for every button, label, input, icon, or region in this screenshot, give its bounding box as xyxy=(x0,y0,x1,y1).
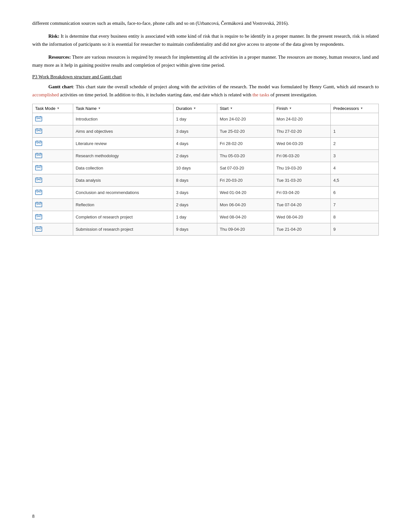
page-number-text: 8 xyxy=(32,514,34,519)
duration-cell: 4 days xyxy=(173,137,217,150)
table-row: Data analysis8 daysFri 20-03-20Tue 31-03… xyxy=(33,174,379,186)
duration-cell: 2 days xyxy=(173,198,217,211)
predecessors-cell: 9 xyxy=(330,223,378,235)
para4-middle: : This chart state the overall schedule … xyxy=(73,84,379,89)
task-name-cell: Research methodology xyxy=(73,150,173,162)
table-row: Introduction1 dayMon 24-02-20Mon 24-02-2… xyxy=(33,113,379,125)
page-number: 8 xyxy=(32,514,34,519)
svg-rect-24 xyxy=(35,190,42,195)
finish-cell: Thu 27-02-20 xyxy=(274,125,330,137)
svg-rect-20 xyxy=(35,178,42,182)
finish-cell: Fri 06-03-20 xyxy=(274,150,330,162)
page: different communication sources such as … xyxy=(0,0,411,532)
predecessors-cell: 4,5 xyxy=(330,174,378,186)
sort-arrow-task-mode[interactable]: ▼ xyxy=(57,107,60,110)
section-heading: P3 Work Breakdown structure and Gantt ch… xyxy=(32,74,379,80)
svg-rect-16 xyxy=(35,166,42,170)
predecessors-cell: 2 xyxy=(330,137,378,150)
col-header-finish[interactable]: Finish ▼ xyxy=(274,104,330,113)
task-name-cell: Completion of research project xyxy=(73,211,173,223)
table-row: Literature review4 daysFri 28-02-20Wed 0… xyxy=(33,137,379,150)
task-mode-cell xyxy=(33,113,73,125)
para4-end: of present investigation. xyxy=(269,92,317,97)
start-cell: Fri 20-03-20 xyxy=(217,174,274,186)
col-task-mode-label: Task Mode xyxy=(35,106,55,111)
svg-rect-0 xyxy=(35,117,42,121)
para3-text: There are various resources is required … xyxy=(32,54,379,68)
table-row: Conclusion and recommendations3 daysWed … xyxy=(33,186,379,198)
finish-cell: Wed 08-04-20 xyxy=(274,211,330,223)
sort-arrow-task-name[interactable]: ▼ xyxy=(98,107,101,110)
task-mode-cell xyxy=(33,137,73,150)
task-name-cell: Submission of research project xyxy=(73,223,173,235)
start-cell: Tue 25-02-20 xyxy=(217,125,274,137)
paragraph-3: Resources: There are various resources i… xyxy=(32,53,379,70)
table-row: Aims and objectives3 daysTue 25-02-20Thu… xyxy=(33,125,379,137)
col-task-name-label: Task Name xyxy=(76,106,97,111)
task-mode-cell xyxy=(33,150,73,162)
sort-arrow-duration[interactable]: ▼ xyxy=(193,107,196,110)
duration-cell: 9 days xyxy=(173,223,217,235)
task-mode-icon xyxy=(35,226,42,232)
sort-arrow-predecessors[interactable]: ▼ xyxy=(360,107,363,110)
paragraph-1: different communication sources such as … xyxy=(32,19,379,28)
finish-cell: Wed 04-03-20 xyxy=(274,137,330,150)
sort-arrow-start[interactable]: ▼ xyxy=(230,107,233,110)
col-duration-label: Duration xyxy=(176,106,192,111)
start-cell: Wed 01-04-20 xyxy=(217,186,274,198)
task-mode-icon xyxy=(35,140,42,146)
start-cell: Mon 06-04-20 xyxy=(217,198,274,211)
table-row: Reflection2 daysMon 06-04-20Tue 07-04-20… xyxy=(33,198,379,211)
task-mode-icon xyxy=(35,152,42,158)
table-row: Data collection10 daysSat 07-03-20Thu 19… xyxy=(33,162,379,174)
start-cell: Sat 07-03-20 xyxy=(217,162,274,174)
task-mode-icon xyxy=(35,116,42,121)
predecessors-cell: 3 xyxy=(330,150,378,162)
duration-cell: 8 days xyxy=(173,174,217,186)
task-mode-icon xyxy=(35,165,42,170)
finish-cell: Mon 24-02-20 xyxy=(274,113,330,125)
finish-cell: Thu 19-03-20 xyxy=(274,162,330,174)
start-cell: Wed 08-04-20 xyxy=(217,211,274,223)
task-mode-cell xyxy=(33,211,73,223)
task-mode-icon xyxy=(35,128,42,134)
table-row: Submission of research project9 daysThu … xyxy=(33,223,379,235)
finish-cell: Tue 31-03-20 xyxy=(274,174,330,186)
svg-rect-32 xyxy=(35,215,42,219)
start-cell: Fri 28-02-20 xyxy=(217,137,274,150)
duration-cell: 1 day xyxy=(173,211,217,223)
start-cell: Thu 05-03-20 xyxy=(217,150,274,162)
task-mode-cell xyxy=(33,162,73,174)
task-mode-cell xyxy=(33,174,73,186)
task-mode-icon xyxy=(35,214,42,219)
predecessors-cell xyxy=(330,113,378,125)
svg-rect-4 xyxy=(35,129,42,133)
col-header-predecessors[interactable]: Predecessors ▼ xyxy=(330,104,378,113)
col-header-task-mode[interactable]: Task Mode ▼ xyxy=(33,104,73,113)
gantt-label: Gantt chart xyxy=(48,84,73,89)
task-mode-cell xyxy=(33,198,73,211)
start-cell: Mon 24-02-20 xyxy=(217,113,274,125)
svg-rect-8 xyxy=(35,141,42,146)
col-header-task-name[interactable]: Task Name ▼ xyxy=(73,104,173,113)
duration-cell: 2 days xyxy=(173,150,217,162)
finish-cell: Tue 21-04-20 xyxy=(274,223,330,235)
col-header-duration[interactable]: Duration ▼ xyxy=(173,104,217,113)
risk-label: Risk: xyxy=(48,34,59,39)
task-name-cell: Aims and objectives xyxy=(73,125,173,137)
finish-cell: Tue 07-04-20 xyxy=(274,198,330,211)
section-heading-text: P3 Work Breakdown structure and Gantt ch… xyxy=(32,74,122,79)
predecessors-cell: 8 xyxy=(330,211,378,223)
col-header-start[interactable]: Start ▼ xyxy=(217,104,274,113)
sort-arrow-finish[interactable]: ▼ xyxy=(289,107,292,110)
para1-text: different communication sources such as … xyxy=(32,21,289,26)
svg-rect-12 xyxy=(35,153,42,158)
finish-cell: Fri 03-04-20 xyxy=(274,186,330,198)
task-mode-cell xyxy=(33,186,73,198)
predecessors-cell: 1 xyxy=(330,125,378,137)
duration-cell: 3 days xyxy=(173,186,217,198)
duration-cell: 10 days xyxy=(173,162,217,174)
duration-cell: 1 day xyxy=(173,113,217,125)
para4-after-colored: activities on time period. In addition t… xyxy=(59,92,252,97)
task-name-cell: Conclusion and recommendations xyxy=(73,186,173,198)
